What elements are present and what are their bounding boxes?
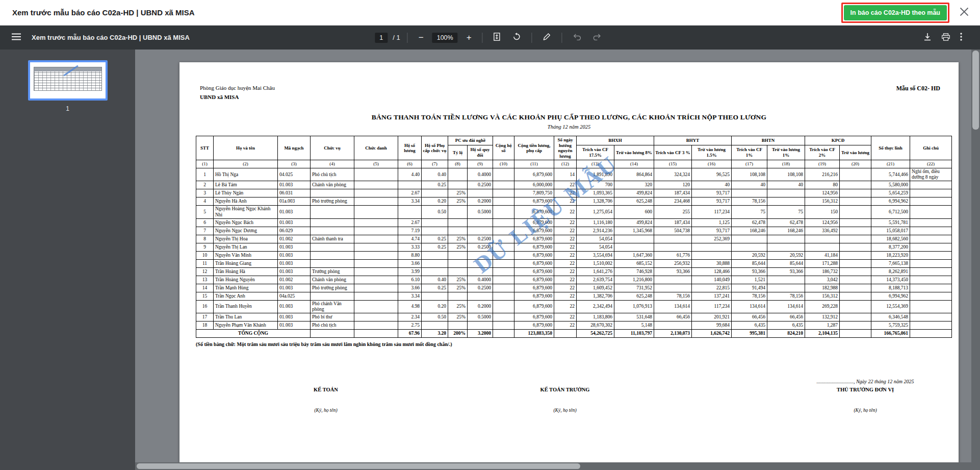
table-cell — [910, 267, 952, 276]
horizontal-scrollbar-thumb[interactable] — [137, 463, 580, 469]
redo-button[interactable] — [590, 31, 605, 44]
print-button[interactable] — [938, 31, 953, 45]
table-cell: 6,994,962 — [871, 292, 910, 300]
table-cell: 134,614 — [767, 300, 805, 313]
col-group-header: BHYT — [654, 136, 732, 145]
table-row: 8Nguyễn Thị Hoa01.002Chánh thanh tra4.74… — [196, 235, 952, 243]
vertical-scrollbar[interactable] — [971, 50, 980, 470]
table-cell: 6,879,600 — [514, 321, 554, 330]
redo-icon — [594, 34, 602, 42]
table-cell — [311, 218, 354, 227]
horizontal-scrollbar[interactable] — [135, 462, 971, 470]
page-number-input[interactable]: 1 — [375, 33, 388, 43]
table-cell: 14,373,450 — [871, 276, 910, 284]
undo-button[interactable] — [570, 31, 585, 44]
fit-page-icon — [494, 33, 501, 42]
table-cell: 8,262,891 — [871, 267, 910, 276]
table-cell: 531,648 — [614, 313, 654, 321]
toolbar-divider — [482, 33, 483, 43]
page-thumbnail[interactable] — [28, 60, 108, 101]
table-cell — [448, 227, 468, 235]
col-header: Ghi chú — [910, 136, 952, 160]
table-cell — [354, 330, 398, 338]
table-cell: 3.2000 — [468, 330, 493, 338]
table-cell: 6,712,500 — [871, 206, 910, 218]
table-cell — [311, 206, 354, 218]
table-row: 7Nguyễn Ngọc Dương06.0297.196,879,600222… — [196, 227, 952, 235]
table-cell — [398, 181, 422, 189]
download-button[interactable] — [920, 30, 935, 45]
zoom-in-button[interactable]: + — [463, 31, 475, 44]
col-subheader: Hệ số quy đổi — [468, 145, 493, 160]
table-cell: 0.20 — [422, 300, 448, 313]
more-options-button[interactable] — [957, 30, 966, 45]
col-number: (5) — [354, 160, 398, 168]
table-cell — [468, 227, 493, 235]
table-cell: 78,156 — [767, 292, 805, 300]
table-cell: 15,058,017 — [871, 227, 910, 235]
table-cell — [493, 300, 514, 313]
table-cell: 6,879,600 — [514, 197, 554, 206]
table-cell: 40 — [767, 181, 805, 189]
col-header: STT — [196, 136, 214, 160]
table-cell — [805, 243, 840, 251]
sidebar-toggle-button[interactable] — [8, 31, 24, 44]
table-cell: 600 — [614, 206, 654, 218]
print-report-button[interactable]: In báo cáo C02a-HD theo mẫu — [844, 5, 947, 20]
fit-page-button[interactable] — [490, 30, 504, 45]
table-cell — [767, 243, 805, 251]
table-cell — [493, 330, 514, 338]
table-cell: 91,494 — [732, 284, 767, 292]
table-cell: Trần Mạnh Hùng — [214, 284, 278, 292]
col-header: Mã ngạch — [278, 136, 311, 160]
table-cell: 0.25 — [422, 284, 448, 292]
table-cell: 2.67 — [398, 189, 422, 197]
table-cell — [654, 321, 692, 330]
table-cell: Trần Thu Lan — [214, 313, 278, 321]
table-cell: 7,809,750 — [514, 189, 554, 197]
signature-title: KẾ TOÁN — [314, 387, 338, 392]
table-cell: 61,776 — [654, 251, 692, 259]
table-cell: 6,435 — [767, 321, 805, 330]
table-cell: 187,434 — [654, 218, 692, 227]
table-cell: 6,000,000 — [514, 181, 554, 189]
annotate-button[interactable] — [539, 30, 555, 45]
zoom-level-input[interactable]: 100% — [432, 33, 458, 43]
table-cell: 140,049 — [692, 276, 732, 284]
table-cell: 8 — [196, 235, 214, 243]
table-cell — [840, 227, 871, 235]
table-cell — [840, 189, 871, 197]
table-cell — [910, 197, 952, 206]
vertical-scrollbar-thumb[interactable] — [972, 51, 979, 130]
col-number: (14) — [614, 160, 654, 168]
table-cell: 700 — [577, 181, 614, 189]
table-cell: 78,156 — [654, 292, 692, 300]
col-number: (11) — [514, 160, 554, 168]
rotate-button[interactable] — [509, 30, 525, 45]
col-header: Hệ số lương — [398, 136, 422, 160]
table-cell: 22 — [554, 181, 577, 189]
table-cell — [311, 189, 354, 197]
table-cell: 156,312 — [805, 197, 840, 206]
dialog-close-button[interactable] — [958, 5, 971, 20]
zoom-out-button[interactable]: − — [415, 31, 427, 44]
table-cell: 25% — [448, 197, 468, 206]
table-cell: Nguyễn Thị Lan — [214, 243, 278, 251]
table-cell: 171,288 — [805, 259, 840, 267]
table-cell: 1,216,800 — [614, 276, 654, 284]
col-subheader: Tỷ lệ — [448, 145, 468, 160]
col-number: (16) — [692, 160, 732, 168]
table-cell: 2,130,073 — [654, 330, 692, 338]
table-cell: 93,717 — [692, 189, 732, 197]
table-cell: 499,824 — [614, 218, 654, 227]
table-cell: 3,042 — [805, 276, 840, 284]
table-cell: 22 — [554, 189, 577, 197]
col-subheader: Trừ vào lương — [840, 145, 871, 160]
table-cell: Phó bí thư — [311, 313, 354, 321]
table-cell — [654, 284, 692, 292]
document-page: Phòng Giáo dục huyện Mai Châu UBND xã MI… — [179, 62, 959, 470]
col-subheader: Trừ vào lương 8% — [614, 145, 654, 160]
table-cell: 6 — [196, 218, 214, 227]
table-cell — [493, 276, 514, 284]
table-cell: 3.33 — [398, 243, 422, 251]
